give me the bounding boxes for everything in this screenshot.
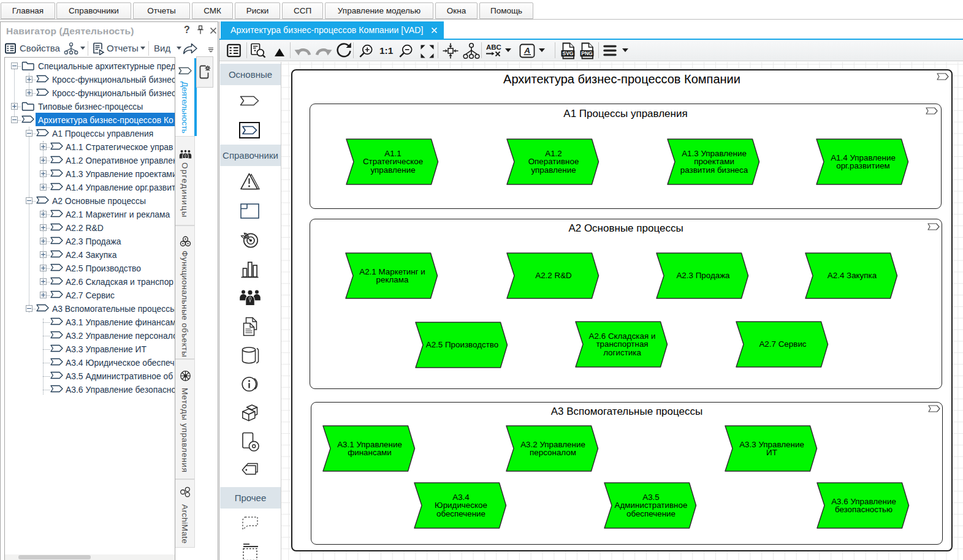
svg-text:ABC: ABC [486, 44, 501, 51]
svg-text:PNG: PNG [581, 50, 593, 56]
svg-text:SVG: SVG [563, 50, 574, 56]
svg-text:A: A [523, 46, 530, 55]
